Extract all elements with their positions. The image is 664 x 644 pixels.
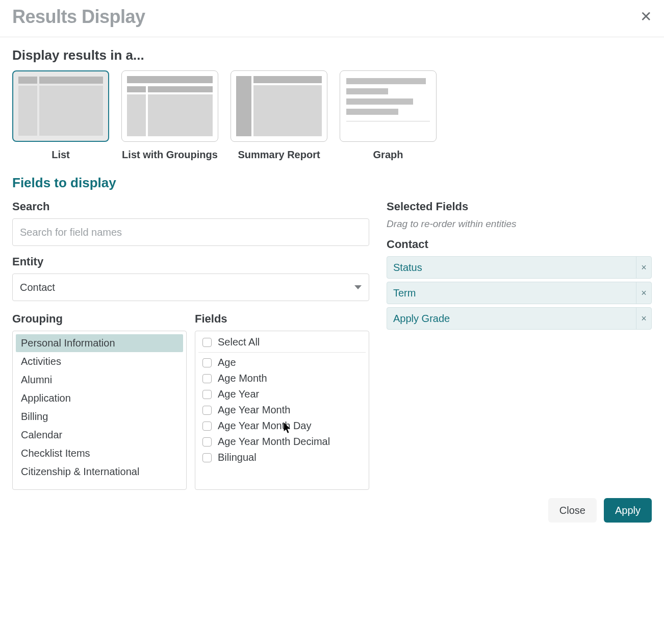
field-label: Age Month [218,373,267,384]
apply-button[interactable]: Apply [604,498,652,523]
grouping-item[interactable]: Citizenship & International [16,463,183,481]
field-row[interactable]: Age Month [198,370,366,386]
selected-fields-hint: Drag to re-order within entities [387,218,652,230]
field-label: Age Year [218,388,259,400]
grouping-item[interactable]: Checklist Items [16,444,183,462]
field-checkbox[interactable] [202,453,212,462]
display-options: List List with Groupings Summary Report [12,70,652,161]
field-row[interactable]: Age [198,355,366,370]
display-option-label: Summary Report [238,149,320,161]
field-checkbox[interactable] [202,437,212,447]
display-results-heading: Display results in a... [12,47,652,63]
field-checkbox[interactable] [202,390,212,399]
remove-icon[interactable]: × [636,257,651,278]
field-row[interactable]: Age Year Month Day [198,418,366,434]
fields-to-display-heading: Fields to display [12,175,652,191]
field-label: Age Year Month Day [218,420,311,432]
grouping-item[interactable]: Calendar [16,426,183,444]
selected-entity-heading: Contact [387,238,652,251]
field-row[interactable]: Bilingual [198,450,366,465]
field-label: Bilingual [218,452,257,463]
select-all-checkbox[interactable] [202,338,212,347]
display-option-label: Graph [373,149,403,161]
grouping-panel: Personal Information Activities Alumni A… [12,331,187,490]
fields-panel: Select All Age Age Month Age Year Age Ye… [195,331,369,490]
search-input[interactable] [12,218,369,246]
selected-field-pill[interactable]: Status × [387,256,652,279]
selected-field-pill[interactable]: Term × [387,282,652,304]
remove-icon[interactable]: × [636,308,651,329]
field-label: Age Year Month Decimal [218,436,330,448]
display-option-summary[interactable]: Summary Report [231,70,327,161]
pill-label[interactable]: Apply Grade [387,313,636,325]
field-row[interactable]: Age Year Month Decimal [198,434,366,450]
grouping-label: Grouping [12,312,187,326]
fields-label: Fields [195,312,369,326]
field-checkbox[interactable] [202,422,212,431]
field-row[interactable]: Age Year Month [198,402,366,418]
entity-select[interactable]: Contact [12,274,369,301]
select-all-label: Select All [218,336,260,348]
grouping-item[interactable]: Application [16,389,183,407]
display-option-label: List with Groupings [122,149,218,161]
remove-icon[interactable]: × [636,282,651,304]
entity-label: Entity [12,255,369,268]
field-select-all[interactable]: Select All [198,334,366,353]
field-label: Age [218,357,236,368]
pill-label[interactable]: Status [387,262,636,274]
pill-label[interactable]: Term [387,287,636,299]
grouping-item[interactable]: Activities [16,353,183,370]
modal-title: Results Display [12,6,145,28]
field-row[interactable]: Age Year [198,386,366,402]
display-option-list[interactable]: List [12,70,109,161]
grouping-item[interactable]: Billing [16,408,183,426]
close-button[interactable]: Close [548,498,597,523]
entity-select-value: Contact [20,282,55,293]
close-icon[interactable]: ✕ [640,10,652,24]
field-checkbox[interactable] [202,358,212,367]
search-label: Search [12,200,369,213]
display-option-graph[interactable]: Graph [340,70,437,161]
field-checkbox[interactable] [202,374,212,383]
display-option-list-groupings[interactable]: List with Groupings [121,70,218,161]
grouping-item[interactable]: Alumni [16,371,183,389]
field-checkbox[interactable] [202,406,212,415]
chevron-down-icon [354,285,362,289]
selected-fields-heading: Selected Fields [387,200,652,213]
field-label: Age Year Month [218,404,290,416]
grouping-item[interactable]: Personal Information [16,334,183,352]
selected-field-pill[interactable]: Apply Grade × [387,307,652,330]
display-option-label: List [52,149,70,161]
